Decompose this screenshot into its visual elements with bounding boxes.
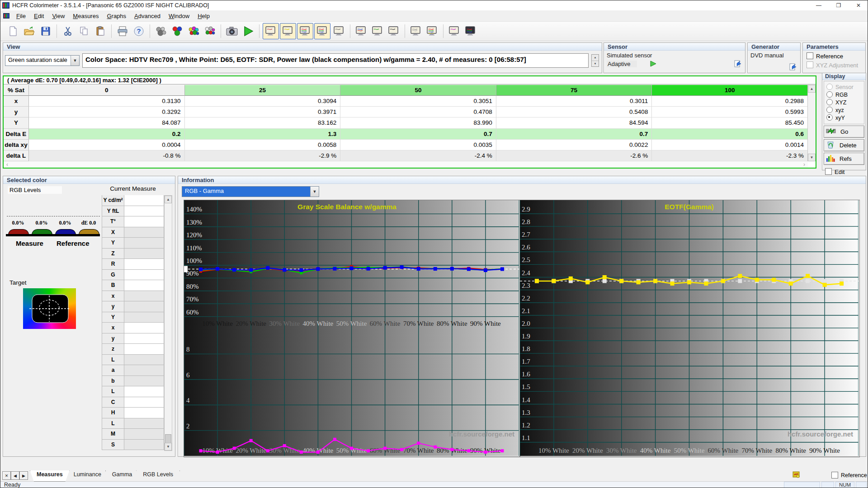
display-radio-xyz[interactable]: XYZ xyxy=(826,99,862,106)
save-icon[interactable] xyxy=(38,23,53,39)
paste-icon[interactable] xyxy=(93,23,108,39)
current-measure-scrollbar[interactable]: ▲ ▼ xyxy=(164,195,172,451)
minimize-button[interactable]: — xyxy=(809,0,829,10)
column-header-50[interactable]: 50 xyxy=(340,85,496,96)
svg-text:30% White: 30% White xyxy=(606,447,637,454)
menu-item-window[interactable]: Window xyxy=(165,11,193,21)
menu-item-advanced[interactable]: Advanced xyxy=(130,11,165,21)
tab-measures[interactable]: Measures xyxy=(30,470,70,482)
new-icon[interactable] xyxy=(5,23,21,39)
view-near-white-icon[interactable] xyxy=(408,23,424,39)
measure-row-value xyxy=(124,216,164,227)
tab-prev-button[interactable]: ◀ xyxy=(11,471,19,480)
display-radio-rgb[interactable]: RGB xyxy=(826,91,862,98)
copy-icon[interactable] xyxy=(76,23,92,39)
view-full-display-icon[interactable] xyxy=(463,23,478,39)
view-free-display-icon[interactable] xyxy=(447,23,462,39)
go-button[interactable]: Go xyxy=(824,126,864,138)
toolbar: ? xyxy=(0,22,868,41)
menu-item-help[interactable]: Help xyxy=(193,11,214,21)
close-button[interactable]: ✕ xyxy=(849,0,868,10)
delete-button[interactable]: Delete xyxy=(824,139,864,151)
view-saturation-icon[interactable] xyxy=(425,23,440,39)
measure-row-label: R xyxy=(102,259,124,270)
measure-index-spinner[interactable]: ▲▼ xyxy=(591,54,599,67)
reference-checkbox[interactable] xyxy=(807,52,813,59)
graph-select[interactable]: RGB - Gamma ▼ xyxy=(182,186,319,197)
run-measures-icon[interactable] xyxy=(241,23,256,39)
view-rgb-levels-icon[interactable] xyxy=(314,23,330,39)
table-cell: 0.3971 xyxy=(185,107,341,117)
view-contrast-icon[interactable] xyxy=(370,23,385,39)
view-near-black-icon[interactable] xyxy=(386,23,401,39)
svg-text:2.8: 2.8 xyxy=(522,218,530,225)
refs-button[interactable]: Refs xyxy=(824,153,864,165)
status-reference-checkbox[interactable] xyxy=(831,472,838,479)
print-icon[interactable] xyxy=(115,23,130,39)
svg-text:2.7: 2.7 xyxy=(522,231,530,238)
menu-item-graphs[interactable]: Graphs xyxy=(103,11,130,21)
view-gamut-icon[interactable] xyxy=(280,23,296,39)
view-luminance-icon[interactable] xyxy=(297,23,313,39)
svg-text:60% White: 60% White xyxy=(370,320,401,327)
menu-item-view[interactable]: View xyxy=(48,11,69,21)
display-radio-xyz[interactable]: xyz xyxy=(826,107,862,113)
secondaries-measure-icon[interactable] xyxy=(186,23,201,39)
svg-text:70% White: 70% White xyxy=(403,320,434,327)
scale-select[interactable]: Green saturation scale ▼ xyxy=(5,55,80,66)
grayscale-measure-icon[interactable] xyxy=(202,23,217,39)
sensor-config-icon[interactable] xyxy=(733,60,742,68)
maximize-button[interactable]: ❐ xyxy=(829,0,849,10)
free-measure-icon[interactable] xyxy=(153,23,169,39)
chevron-down-icon: ▼ xyxy=(310,187,319,197)
view-measures-icon[interactable] xyxy=(263,23,279,39)
measure-row-label: L xyxy=(102,386,124,397)
column-header-75[interactable]: 75 xyxy=(496,85,652,96)
svg-text:50% White: 50% White xyxy=(336,320,367,327)
tab-close-button[interactable]: ✕ xyxy=(2,471,11,480)
measure-row-value xyxy=(124,259,164,270)
table-cell: -2.3 % xyxy=(652,150,808,161)
menu-item-measures[interactable]: Measures xyxy=(69,11,103,21)
table-cell: 0.2 xyxy=(29,129,185,140)
generator-config-icon[interactable] xyxy=(788,63,797,71)
measure-row-value xyxy=(124,312,164,323)
primaries-measure-icon[interactable] xyxy=(170,23,185,39)
table-cell: -0.8 % xyxy=(29,150,185,161)
sensor-run-icon[interactable] xyxy=(650,61,657,67)
display-radio-xyy[interactable]: xyY xyxy=(826,114,862,121)
toolbar-separator xyxy=(259,24,259,38)
svg-text:8: 8 xyxy=(186,346,190,353)
measurement-table-hscroll[interactable]: ‹› xyxy=(4,161,808,168)
menu-item-edit[interactable]: Edit xyxy=(30,11,48,21)
graph-select-value: RGB - Gamma xyxy=(182,187,310,197)
help-icon[interactable]: ? xyxy=(131,23,146,39)
status-cell xyxy=(821,482,834,488)
svg-text:EOTF(Gamma): EOTF(Gamma) xyxy=(665,203,714,211)
svg-text:2.4: 2.4 xyxy=(522,269,530,277)
edit-checkbox[interactable] xyxy=(825,168,832,175)
rgb-levels-bars: 0.0%0.0%0.0%dE 0.0 xyxy=(7,220,101,236)
tab-luminance[interactable]: Luminance xyxy=(67,470,108,482)
column-header-0[interactable]: 0 xyxy=(29,85,185,96)
menu-item-file[interactable]: File xyxy=(12,11,30,21)
cut-icon[interactable] xyxy=(60,23,75,39)
measurement-table-scrollbar[interactable]: ▲ ▼ xyxy=(807,85,816,161)
table-cell: 0.3094 xyxy=(185,96,341,107)
table-cell: 0.0035 xyxy=(340,140,496,150)
view-color-temp-icon[interactable] xyxy=(354,23,369,39)
table-cell: 0.2988 xyxy=(652,96,808,107)
generator-name: DVD manual xyxy=(748,51,800,59)
tab-rgb-levels[interactable]: RGB Levels xyxy=(136,470,180,482)
tab-gamma[interactable]: Gamma xyxy=(105,470,139,482)
svg-text:20% White: 20% White xyxy=(236,320,266,327)
snapshot-icon[interactable] xyxy=(224,23,240,39)
column-header-100[interactable]: 100 xyxy=(652,85,808,96)
view-cie-icon[interactable] xyxy=(331,23,347,39)
tab-next-button[interactable]: ▶ xyxy=(19,471,28,480)
column-header-25[interactable]: 25 xyxy=(185,85,341,96)
svg-text:40% White: 40% White xyxy=(303,320,334,327)
open-icon[interactable] xyxy=(22,23,37,39)
xyz-adjustment-label: XYZ Adjustment xyxy=(816,62,858,69)
svg-text:30% White: 30% White xyxy=(269,447,300,454)
